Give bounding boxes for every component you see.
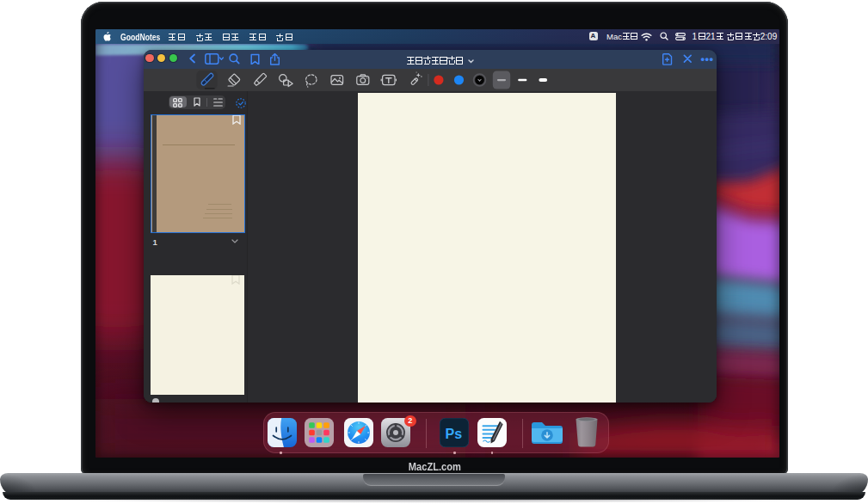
svg-text:Ps: Ps [446,427,463,441]
